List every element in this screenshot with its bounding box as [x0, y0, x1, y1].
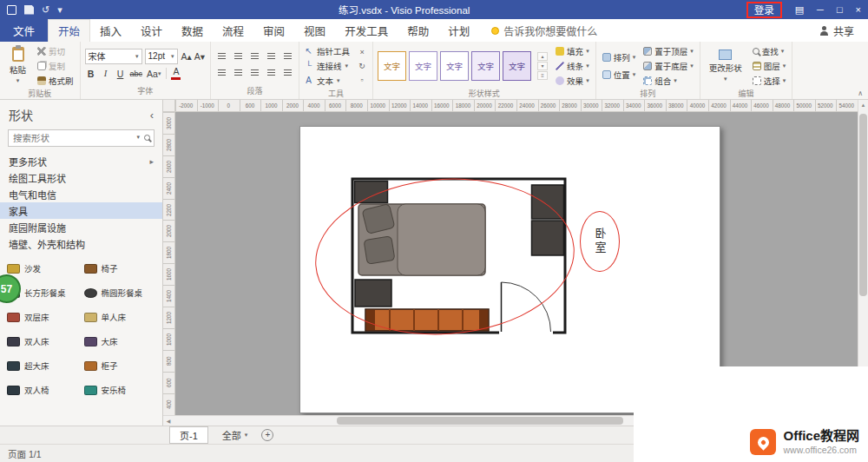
tab-file[interactable]: 文件: [0, 19, 48, 42]
bring-to-front-button[interactable]: 置于顶层▾: [641, 44, 695, 57]
align-right-button[interactable]: [248, 50, 261, 63]
shape-item-large-bed[interactable]: 大床: [84, 335, 160, 347]
chevron-down-icon[interactable]: ▾: [136, 134, 140, 141]
shape-item-king-bed[interactable]: 超大床: [7, 360, 82, 372]
undo-icon[interactable]: ↺: [42, 5, 49, 15]
vertical-scroll-thumb[interactable]: [859, 114, 867, 296]
increase-indent-button[interactable]: [281, 67, 294, 79]
tab-process[interactable]: 流程: [213, 19, 253, 42]
section-drawing-tool-shapes[interactable]: 绘图工具形状: [0, 169, 162, 186]
shrink-font-button[interactable]: A▾: [194, 50, 206, 63]
bold-button[interactable]: B: [85, 67, 97, 81]
shape-style-option[interactable]: 文字: [409, 51, 437, 81]
stamp-tool-button[interactable]: ▫: [356, 74, 368, 86]
gallery-more-button[interactable]: ≡: [537, 71, 548, 80]
collapse-ribbon-icon[interactable]: ∧: [858, 89, 863, 97]
tab-plan[interactable]: 计划: [438, 19, 479, 42]
minimize-icon[interactable]: ─: [817, 4, 824, 15]
search-icon[interactable]: [144, 135, 150, 141]
shape-item-sofa[interactable]: 沙发: [7, 262, 82, 274]
tab-view[interactable]: 视图: [294, 19, 335, 42]
find-button[interactable]: 查找▾: [751, 44, 788, 57]
decrease-indent-button[interactable]: [265, 67, 278, 79]
horizontal-scroll-thumb[interactable]: [337, 417, 623, 425]
section-garden-accessories[interactable]: 庭园附属设施: [0, 219, 162, 235]
paste-button[interactable]: 粘贴 ▾: [4, 44, 31, 87]
tab-home[interactable]: 开始: [48, 19, 90, 42]
change-case-button[interactable]: Aa▾: [146, 67, 161, 81]
gallery-down-button[interactable]: ▾: [537, 62, 548, 70]
page-tab-1[interactable]: 页-1: [169, 426, 208, 444]
add-page-button[interactable]: +: [261, 429, 273, 441]
gallery-up-button[interactable]: ▴: [537, 52, 548, 61]
underline-button[interactable]: U: [115, 67, 127, 81]
shape-style-option[interactable]: 文字: [471, 51, 500, 81]
shape-style-option[interactable]: 文字: [378, 51, 406, 81]
tab-insert[interactable]: 插入: [90, 19, 131, 42]
shape-style-option[interactable]: 文字: [503, 51, 531, 81]
send-to-back-button[interactable]: 置于底层▾: [641, 59, 695, 72]
align-middle-button[interactable]: [232, 67, 245, 79]
font-name-select[interactable]: 宋体▾: [85, 49, 142, 64]
section-walls-shell-structure[interactable]: 墙壁、外壳和结构: [0, 235, 162, 252]
connection-point-button[interactable]: ×: [356, 46, 368, 58]
all-pages-button[interactable]: 全部 ▾: [222, 428, 248, 442]
shape-item-single-bed[interactable]: 单人床: [84, 311, 160, 323]
align-top-button[interactable]: [215, 67, 228, 79]
save-icon[interactable]: [24, 5, 34, 15]
align-center-button[interactable]: [232, 50, 245, 63]
align-bottom-button[interactable]: [248, 67, 261, 79]
shape-item-double-bed[interactable]: 双人床: [7, 335, 82, 347]
fill-button[interactable]: 填充▾: [554, 44, 591, 57]
shape-item-loveseat[interactable]: 双人椅: [7, 384, 82, 396]
group-button[interactable]: 组合▾: [641, 74, 695, 87]
maximize-icon[interactable]: □: [837, 4, 843, 15]
font-color-button[interactable]: A: [171, 67, 181, 80]
shape-style-option[interactable]: 文字: [440, 51, 469, 81]
copy-button[interactable]: 复制: [36, 59, 76, 72]
change-shape-button[interactable]: 更改形状 ▾: [705, 44, 746, 87]
line-button[interactable]: 线条▾: [554, 59, 591, 72]
strikethrough-button[interactable]: abc: [129, 67, 144, 81]
effects-button[interactable]: 效果▾: [554, 74, 591, 87]
ribbon-display-options-icon[interactable]: ▤: [795, 4, 804, 16]
close-icon[interactable]: ×: [856, 4, 861, 15]
shape-item-chair[interactable]: 椅子: [84, 262, 160, 274]
format-painter-button[interactable]: 格式刷: [36, 74, 76, 87]
bullets-button[interactable]: [265, 50, 278, 63]
section-more-shapes[interactable]: 更多形状▸: [0, 153, 162, 169]
tab-design[interactable]: 设计: [131, 19, 172, 42]
search-shapes-input[interactable]: [8, 129, 155, 147]
section-electrical-telecom[interactable]: 电气和电信: [0, 186, 162, 202]
scroll-left-icon[interactable]: ◀: [163, 416, 174, 426]
grow-font-button[interactable]: A▴: [181, 50, 193, 63]
collapse-panel-icon[interactable]: ‹: [150, 109, 154, 122]
cut-button[interactable]: 剪切: [36, 44, 76, 57]
shape-item-cabinet[interactable]: 柜子: [84, 360, 160, 372]
section-furniture[interactable]: 家具: [0, 202, 162, 219]
rotate-tool-button[interactable]: ↻: [356, 60, 368, 72]
tab-developer[interactable]: 开发工具: [335, 19, 398, 42]
line-spacing-button[interactable]: [281, 50, 294, 63]
scroll-up-icon[interactable]: ▲: [858, 100, 868, 110]
annotation-ellipse-room[interactable]: 卧室: [580, 211, 620, 272]
sign-in-button[interactable]: 登录: [746, 2, 782, 18]
shape-item-bunk-bed[interactable]: 双层床: [7, 311, 82, 323]
share-button[interactable]: 共享: [806, 19, 868, 42]
shape-item-oval-table[interactable]: 椭圆形餐桌: [84, 287, 160, 299]
layers-button[interactable]: 图层▾: [751, 59, 788, 72]
tell-me-box[interactable]: 告诉我你想要做什么: [491, 19, 597, 42]
shape-item-easy-chair[interactable]: 安乐椅: [84, 384, 160, 396]
select-button[interactable]: 选择▾: [751, 74, 788, 87]
connector-button[interactable]: └连接线▾: [304, 59, 350, 72]
italic-button[interactable]: I: [100, 67, 112, 81]
tab-help[interactable]: 帮助: [398, 19, 438, 42]
tab-review[interactable]: 审阅: [253, 19, 294, 42]
text-tool-button[interactable]: A文本▾: [304, 74, 350, 87]
font-size-select[interactable]: 12pt▾: [145, 49, 178, 64]
pointer-tool-button[interactable]: ↖指针工具: [304, 44, 350, 57]
customize-quick-access-icon[interactable]: ▾: [57, 5, 62, 15]
position-button[interactable]: 位置▾: [601, 68, 638, 81]
tab-data[interactable]: 数据: [172, 19, 213, 42]
align-left-button[interactable]: [215, 50, 228, 63]
